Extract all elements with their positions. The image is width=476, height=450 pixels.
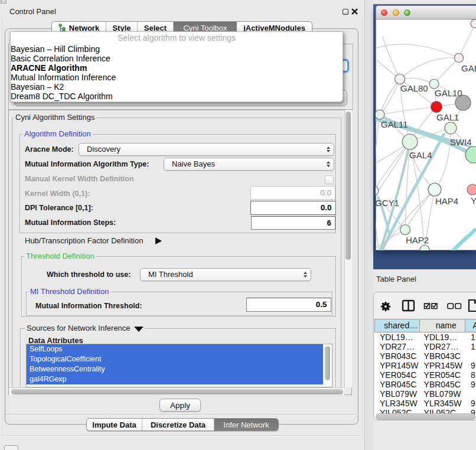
split-divider[interactable]	[365, 0, 373, 450]
table-hscrollbar-thumb[interactable]	[376, 413, 475, 420]
network-node[interactable]	[376, 110, 384, 119]
network-edge	[380, 79, 400, 115]
panel-bottom-groove	[1, 435, 361, 436]
tab-infer-network[interactable]: Infer Network	[214, 419, 278, 431]
algorithm-option[interactable]: Mutual Information Inference	[11, 73, 343, 82]
dpi-tolerance-field[interactable]: 0.0	[250, 201, 336, 215]
window-corner-chip	[1, 0, 6, 4]
table-panel-title: Table Panel	[376, 275, 416, 283]
list-scrollbar-thumb[interactable]	[325, 346, 330, 380]
network-canvas[interactable]: GALGAL80GAL10GAL1GAL11SWI4GAL4GCY1HAP4YH…	[376, 18, 476, 250]
network-node[interactable]	[428, 183, 441, 196]
float-window-icon[interactable]	[343, 9, 348, 15]
table-row[interactable]: YBR043CYBR043C	[374, 351, 476, 361]
attribute-item[interactable]: gal4RGexp	[27, 374, 323, 384]
minimize-traffic-light-icon[interactable]	[393, 9, 399, 16]
panel-right-bevel	[362, 20, 363, 436]
network-edge	[451, 229, 476, 250]
algorithm-option[interactable]: Basic Correlation Inference	[11, 54, 343, 63]
network-edge	[380, 79, 400, 115]
mi-steps-field[interactable]: 6	[251, 216, 336, 230]
unchecked-pair-icon[interactable]	[448, 304, 461, 309]
tab-discretize-data[interactable]: Discretize Data	[142, 419, 214, 431]
mi-threshold-field[interactable]: 0.5	[246, 298, 331, 312]
table-row[interactable]: YBR045CYBR045C9.	[374, 380, 476, 389]
aracne-mode-combo[interactable]: Discovery	[79, 143, 334, 156]
cyni-algorithm-settings-title: Cyni Algorithm Settings	[14, 113, 96, 122]
apply-button[interactable]: Apply	[159, 399, 201, 412]
gear-icon[interactable]	[382, 302, 390, 311]
expand-triangle-icon[interactable]	[155, 237, 162, 244]
node-table[interactable]: shared…nameAYDL19…YDL19…13YDR27…YDR27…12…	[374, 319, 476, 418]
table-cell: YDL19…	[420, 332, 465, 342]
table-cell: YBR045C	[374, 380, 420, 389]
kernel-width-label: Kernel Width (0,1):	[25, 190, 90, 198]
close-icon[interactable]	[351, 8, 358, 15]
kernel-width-field[interactable]: 0.0	[250, 186, 335, 200]
node-label: GCY1	[376, 198, 399, 208]
algorithm-option[interactable]: Bayesian – Hill Climbing	[11, 44, 343, 54]
network-node[interactable]	[420, 245, 429, 250]
data-attributes-list[interactable]: SelfLoopsTopologicalCoefficientBetweenne…	[26, 344, 332, 387]
algorithm-definition-title: Algorithm Definition	[22, 130, 93, 138]
network-node[interactable]	[471, 19, 476, 28]
network-node[interactable]	[429, 79, 439, 89]
horizontal-scrollbar-thumb[interactable]	[11, 389, 343, 394]
mi-type-combo[interactable]: Naive Bayes	[164, 158, 334, 171]
network-node[interactable]	[431, 102, 442, 113]
column-header[interactable]: shared…	[374, 319, 420, 332]
attribute-item[interactable]: TopologicalCoefficient	[27, 354, 323, 364]
combo-value: Discovery	[79, 145, 323, 154]
table-cell: YPR145W	[374, 361, 420, 370]
manual-kernel-checkbox[interactable]	[325, 175, 334, 184]
network-window-titlebar[interactable]	[376, 6, 476, 19]
network-node[interactable]	[445, 122, 457, 134]
table-row[interactable]: YER054CYER054C8.	[374, 370, 476, 380]
network-edge	[410, 142, 435, 190]
table-cell: YBR043C	[420, 351, 465, 361]
algorithm-option[interactable]: Dream8 DC_TDC Algorithm	[11, 92, 343, 101]
network-node[interactable]	[402, 134, 418, 149]
network-node[interactable]	[467, 184, 476, 195]
table-cell: YBR043C	[374, 351, 420, 361]
table-cell: YER054C	[420, 370, 465, 380]
table-header-row: shared…nameA	[374, 319, 476, 332]
vertical-scrollbar-thumb[interactable]	[345, 112, 351, 260]
dpi-tolerance-label: DPI Tolerance [0,1]:	[25, 204, 93, 212]
zoom-traffic-light-icon[interactable]	[404, 9, 410, 16]
attribute-item[interactable]: BetweennessCentrality	[27, 364, 323, 374]
mi-steps-label: Mutual Information Steps:	[25, 219, 116, 227]
column-header[interactable]: name	[420, 319, 465, 332]
hub-section-row[interactable]: Hub/Transcription Factor Definition	[25, 236, 162, 245]
page-icon[interactable]	[469, 300, 476, 311]
table-row[interactable]: YLR345WYLR345W9.	[374, 399, 476, 408]
node-label: HAP4	[435, 196, 458, 206]
algorithm-option[interactable]: ARACNE Algorithm	[11, 63, 343, 73]
combo-arrows-icon	[300, 272, 311, 278]
which-threshold-combo[interactable]: MI Threshold	[140, 268, 311, 282]
attribute-item[interactable]: SelfLoops	[27, 344, 323, 354]
network-node[interactable]	[376, 186, 379, 195]
hub-section-label: Hub/Transcription Factor Definition	[25, 236, 143, 245]
collapse-triangle-icon[interactable]	[134, 327, 144, 332]
algorithm-option[interactable]: Bayesian – K2	[11, 82, 343, 92]
table-row[interactable]: YDR27…YDR27…12	[374, 342, 476, 351]
checked-pair-icon[interactable]	[425, 303, 438, 308]
tab-impute-data[interactable]: Impute Data	[87, 419, 142, 431]
network-node[interactable]	[465, 146, 476, 163]
column-header[interactable]: A	[465, 319, 476, 332]
tab-label: Infer Network	[223, 420, 269, 429]
network-node[interactable]	[395, 74, 405, 84]
table-row[interactable]: YPR145WYPR145W9.	[374, 361, 476, 370]
aracne-mode-label: Aracne Mode:	[25, 145, 74, 154]
table-row[interactable]: YDL19…YDL19…13	[374, 332, 476, 342]
table-row[interactable]: YBL079WYBL079W	[374, 389, 476, 399]
cutoff-toolbar-button[interactable]	[4, 445, 18, 450]
mi-threshold-definition-title: MI Threshold Definition	[28, 288, 110, 296]
close-traffic-light-icon[interactable]	[381, 9, 387, 16]
manual-kernel-label: Manual Kernel Width Definition	[25, 175, 134, 183]
network-node[interactable]	[455, 54, 464, 63]
network-node[interactable]	[400, 225, 410, 235]
table-cell: 8.	[465, 370, 476, 380]
node-label: GAL1	[436, 112, 459, 122]
